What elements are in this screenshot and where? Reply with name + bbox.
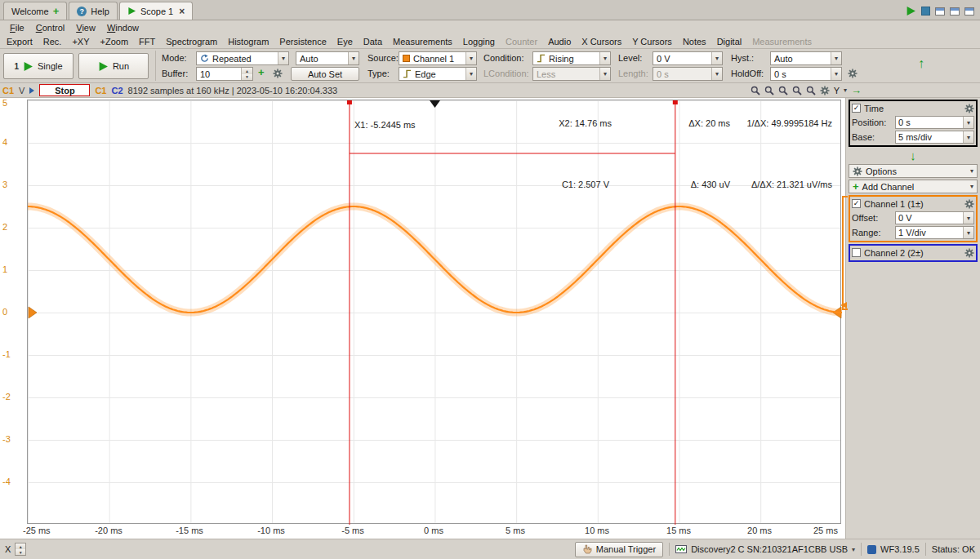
tab-scope1[interactable]: Scope 1 ×	[119, 2, 193, 20]
menu-file[interactable]: File	[4, 22, 30, 33]
collapse-up-icon[interactable]: ↑	[918, 56, 924, 71]
mode-label: Mode:	[162, 51, 187, 65]
channel1-checkbox[interactable]: ✓	[852, 199, 861, 208]
menu-xy[interactable]: +XY	[72, 37, 89, 47]
zoom-selection-icon[interactable]	[764, 86, 774, 95]
menu-measurements[interactable]: Measurements	[393, 37, 452, 47]
range-select[interactable]: 1 V/div ▾	[895, 226, 974, 239]
add-instrument-icon[interactable]: +	[53, 7, 60, 16]
options-dropdown[interactable]: Options ▾	[849, 164, 978, 178]
channel2-checkbox[interactable]	[852, 248, 861, 257]
tab-welcome[interactable]: Welcome +	[3, 2, 67, 20]
close-tab-icon[interactable]: ×	[179, 6, 185, 17]
time-settings-icon[interactable]	[964, 104, 974, 113]
trigger-settings-icon[interactable]	[848, 69, 858, 78]
stop-all-icon[interactable]	[921, 7, 930, 16]
chevron-down-icon: ▾	[711, 68, 722, 80]
mode-auto-select[interactable]: Auto ▾	[296, 51, 359, 65]
channel1-settings-icon[interactable]	[964, 199, 974, 209]
add-buffer-icon[interactable]: +	[258, 68, 265, 77]
scope-plot[interactable]: X1: -5.2445 ms X2: 14.76 ms ΔX: 20 ms 1/…	[27, 100, 841, 524]
cursor-x2-label[interactable]: X2: 14.76 ms	[559, 118, 612, 128]
holdoff-label: HoldOff:	[731, 67, 764, 81]
base-select[interactable]: 5 ms/div ▾	[895, 131, 974, 144]
zoom-x-icon[interactable]	[778, 86, 788, 95]
menu-spectrogram[interactable]: Spectrogram	[166, 37, 217, 47]
type-select[interactable]: Edge ▾	[399, 67, 477, 81]
device-selector[interactable]: Discovery2 C SN:210321AF1CBB USB ▾	[675, 544, 855, 554]
menu-data[interactable]: Data	[363, 37, 382, 47]
time-checkbox[interactable]: ✓	[852, 104, 861, 113]
status-label: Status: OK	[932, 544, 975, 554]
zoom-in-icon[interactable]	[751, 86, 760, 95]
chevron-down-icon: ▾	[963, 131, 973, 143]
waveforms-window: Welcome + ? Help Scope 1 × File Control …	[0, 0, 980, 559]
spinner-arrows-icon[interactable]: ▲▼	[15, 543, 26, 556]
buffer-value: 10	[200, 69, 238, 79]
menu-zoom[interactable]: +Zoom	[100, 37, 129, 47]
channel1-offset-marker-left[interactable]	[29, 307, 37, 318]
menu-eye[interactable]: Eye	[337, 37, 353, 47]
spinner-arrows-icon[interactable]: ▲▼	[241, 68, 252, 80]
hyst-select[interactable]: Auto ▾	[770, 51, 842, 65]
run-all-icon[interactable]	[906, 6, 916, 16]
channel1-tag[interactable]: C1	[95, 86, 106, 95]
menu-logging[interactable]: Logging	[463, 37, 495, 47]
buffer-spinner[interactable]: 10 ▲▼	[196, 67, 253, 81]
level-value: 0 V	[657, 54, 708, 64]
zoom-y-icon[interactable]	[792, 86, 802, 95]
auto-set-button[interactable]: Auto Set	[291, 67, 359, 81]
channel2-settings-icon[interactable]	[964, 248, 974, 258]
panel-collapse-icon[interactable]: →	[851, 84, 862, 96]
trigger-position-marker[interactable]	[430, 100, 440, 108]
menu-view[interactable]: View	[70, 22, 101, 33]
expand-down-icon[interactable]: ↓	[910, 149, 916, 162]
cursor-x1-label[interactable]: X1: -5.2445 ms	[354, 120, 416, 130]
stop-button[interactable]: Stop	[39, 84, 90, 96]
chevron-down-icon: ▾	[711, 52, 722, 64]
mode-select[interactable]: Repeated ▾	[196, 51, 289, 65]
tab-help[interactable]: ? Help	[69, 2, 118, 20]
holdoff-select[interactable]: 0 s ▾	[770, 67, 842, 81]
add-channel-dropdown[interactable]: + Add Channel ▾	[849, 180, 978, 193]
cascade-windows-icon[interactable]	[950, 7, 960, 16]
instrument-menu: Export Rec. +XY +Zoom FFT Spectrogram Hi…	[0, 34, 980, 49]
menu-histogram[interactable]: Histogram	[228, 37, 269, 47]
y-tick-label: -4	[2, 477, 24, 486]
menu-notes[interactable]: Notes	[683, 37, 706, 47]
plot-settings-icon[interactable]	[820, 86, 830, 95]
menu-fft[interactable]: FFT	[139, 37, 155, 47]
float-windows-icon[interactable]	[964, 7, 974, 16]
position-select[interactable]: 0 s ▾	[895, 116, 974, 129]
menu-export[interactable]: Export	[7, 37, 33, 47]
channel2-tag[interactable]: C2	[111, 86, 122, 95]
expand-arrow-icon[interactable]	[29, 87, 34, 94]
waveform-canvas[interactable]	[28, 100, 842, 525]
version-label: WF3.19.5	[880, 544, 920, 554]
source-select[interactable]: Channel 1 ▾	[399, 51, 477, 65]
tile-windows-icon[interactable]	[935, 7, 945, 16]
menu-persistence[interactable]: Persistence	[279, 37, 326, 47]
manual-trigger-button[interactable]: Manual Trigger	[575, 542, 663, 557]
menu-control[interactable]: Control	[30, 22, 70, 33]
run-button[interactable]: Run	[78, 53, 149, 79]
menu-digital[interactable]: Digital	[717, 37, 742, 47]
buffer-settings-icon[interactable]	[273, 69, 283, 78]
divider	[155, 51, 156, 81]
menu-audio[interactable]: Audio	[548, 37, 571, 47]
offset-select[interactable]: 0 V ▾	[895, 211, 974, 224]
y-axis-selector-label[interactable]: Y	[834, 86, 840, 95]
menu-x-cursors[interactable]: X Cursors	[581, 37, 621, 47]
mode-value: Repeated	[212, 54, 274, 64]
x-axis-selector[interactable]: X ▲▼	[5, 543, 26, 556]
lcondition-label: LCondition:	[483, 67, 529, 81]
condition-select[interactable]: Rising ▾	[532, 51, 611, 65]
level-select[interactable]: 0 V ▾	[653, 51, 723, 65]
menu-window[interactable]: Window	[101, 22, 145, 33]
single-button[interactable]: 1 Single	[3, 53, 74, 79]
menu-y-cursors[interactable]: Y Cursors	[632, 37, 672, 47]
menu-rec[interactable]: Rec.	[43, 37, 62, 47]
chevron-down-icon: ▾	[963, 227, 973, 238]
zoom-fit-icon[interactable]	[806, 86, 816, 95]
edge-icon	[403, 69, 412, 78]
